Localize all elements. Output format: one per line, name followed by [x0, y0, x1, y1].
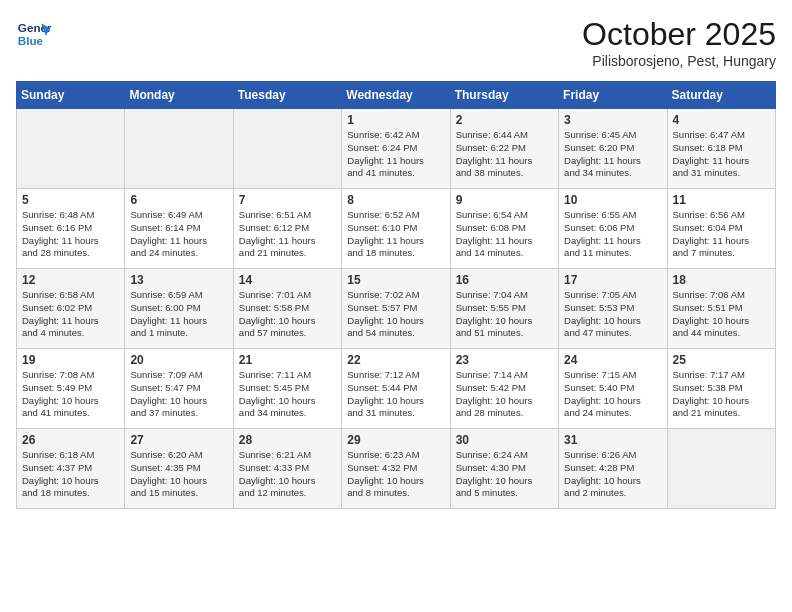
cell-info: Sunrise: 6:52 AM Sunset: 6:10 PM Dayligh… [347, 209, 444, 260]
day-number: 28 [239, 433, 336, 447]
day-number: 19 [22, 353, 119, 367]
day-number: 21 [239, 353, 336, 367]
day-header-thursday: Thursday [450, 82, 558, 109]
cell-info: Sunrise: 6:49 AM Sunset: 6:14 PM Dayligh… [130, 209, 227, 260]
day-number: 13 [130, 273, 227, 287]
day-number: 6 [130, 193, 227, 207]
calendar-cell: 10Sunrise: 6:55 AM Sunset: 6:06 PM Dayli… [559, 189, 667, 269]
day-number: 9 [456, 193, 553, 207]
cell-info: Sunrise: 7:12 AM Sunset: 5:44 PM Dayligh… [347, 369, 444, 420]
cell-info: Sunrise: 6:47 AM Sunset: 6:18 PM Dayligh… [673, 129, 770, 180]
day-number: 29 [347, 433, 444, 447]
calendar-cell: 13Sunrise: 6:59 AM Sunset: 6:00 PM Dayli… [125, 269, 233, 349]
cell-info: Sunrise: 7:09 AM Sunset: 5:47 PM Dayligh… [130, 369, 227, 420]
day-number: 31 [564, 433, 661, 447]
cell-info: Sunrise: 7:14 AM Sunset: 5:42 PM Dayligh… [456, 369, 553, 420]
calendar-cell: 17Sunrise: 7:05 AM Sunset: 5:53 PM Dayli… [559, 269, 667, 349]
day-header-monday: Monday [125, 82, 233, 109]
day-number: 18 [673, 273, 770, 287]
cell-info: Sunrise: 7:05 AM Sunset: 5:53 PM Dayligh… [564, 289, 661, 340]
calendar-cell [125, 109, 233, 189]
cell-info: Sunrise: 7:17 AM Sunset: 5:38 PM Dayligh… [673, 369, 770, 420]
header-row: SundayMondayTuesdayWednesdayThursdayFrid… [17, 82, 776, 109]
calendar-table: SundayMondayTuesdayWednesdayThursdayFrid… [16, 81, 776, 509]
calendar-cell: 28Sunrise: 6:21 AM Sunset: 4:33 PM Dayli… [233, 429, 341, 509]
cell-info: Sunrise: 7:06 AM Sunset: 5:51 PM Dayligh… [673, 289, 770, 340]
day-number: 3 [564, 113, 661, 127]
cell-info: Sunrise: 6:55 AM Sunset: 6:06 PM Dayligh… [564, 209, 661, 260]
calendar-cell [233, 109, 341, 189]
week-row-2: 5Sunrise: 6:48 AM Sunset: 6:16 PM Daylig… [17, 189, 776, 269]
title-block: October 2025 Pilisborosjeno, Pest, Hunga… [582, 16, 776, 69]
day-number: 22 [347, 353, 444, 367]
calendar-cell: 29Sunrise: 6:23 AM Sunset: 4:32 PM Dayli… [342, 429, 450, 509]
day-header-friday: Friday [559, 82, 667, 109]
calendar-cell: 18Sunrise: 7:06 AM Sunset: 5:51 PM Dayli… [667, 269, 775, 349]
calendar-cell: 15Sunrise: 7:02 AM Sunset: 5:57 PM Dayli… [342, 269, 450, 349]
calendar-cell: 20Sunrise: 7:09 AM Sunset: 5:47 PM Dayli… [125, 349, 233, 429]
cell-info: Sunrise: 6:23 AM Sunset: 4:32 PM Dayligh… [347, 449, 444, 500]
day-number: 10 [564, 193, 661, 207]
day-number: 15 [347, 273, 444, 287]
month-title: October 2025 [582, 16, 776, 53]
calendar-cell: 2Sunrise: 6:44 AM Sunset: 6:22 PM Daylig… [450, 109, 558, 189]
cell-info: Sunrise: 6:20 AM Sunset: 4:35 PM Dayligh… [130, 449, 227, 500]
cell-info: Sunrise: 7:04 AM Sunset: 5:55 PM Dayligh… [456, 289, 553, 340]
calendar-cell: 24Sunrise: 7:15 AM Sunset: 5:40 PM Dayli… [559, 349, 667, 429]
cell-info: Sunrise: 7:08 AM Sunset: 5:49 PM Dayligh… [22, 369, 119, 420]
calendar-cell: 22Sunrise: 7:12 AM Sunset: 5:44 PM Dayli… [342, 349, 450, 429]
calendar-cell: 11Sunrise: 6:56 AM Sunset: 6:04 PM Dayli… [667, 189, 775, 269]
calendar-cell: 14Sunrise: 7:01 AM Sunset: 5:58 PM Dayli… [233, 269, 341, 349]
day-header-sunday: Sunday [17, 82, 125, 109]
calendar-cell [17, 109, 125, 189]
cell-info: Sunrise: 6:51 AM Sunset: 6:12 PM Dayligh… [239, 209, 336, 260]
calendar-cell: 5Sunrise: 6:48 AM Sunset: 6:16 PM Daylig… [17, 189, 125, 269]
calendar-cell: 12Sunrise: 6:58 AM Sunset: 6:02 PM Dayli… [17, 269, 125, 349]
day-number: 26 [22, 433, 119, 447]
cell-info: Sunrise: 6:58 AM Sunset: 6:02 PM Dayligh… [22, 289, 119, 340]
day-number: 17 [564, 273, 661, 287]
calendar-cell: 4Sunrise: 6:47 AM Sunset: 6:18 PM Daylig… [667, 109, 775, 189]
calendar-cell: 19Sunrise: 7:08 AM Sunset: 5:49 PM Dayli… [17, 349, 125, 429]
page-header: General Blue October 2025 Pilisborosjeno… [16, 16, 776, 69]
cell-info: Sunrise: 6:26 AM Sunset: 4:28 PM Dayligh… [564, 449, 661, 500]
day-number: 20 [130, 353, 227, 367]
cell-info: Sunrise: 7:01 AM Sunset: 5:58 PM Dayligh… [239, 289, 336, 340]
week-row-3: 12Sunrise: 6:58 AM Sunset: 6:02 PM Dayli… [17, 269, 776, 349]
cell-info: Sunrise: 6:54 AM Sunset: 6:08 PM Dayligh… [456, 209, 553, 260]
day-number: 2 [456, 113, 553, 127]
day-number: 1 [347, 113, 444, 127]
cell-info: Sunrise: 7:11 AM Sunset: 5:45 PM Dayligh… [239, 369, 336, 420]
cell-info: Sunrise: 6:42 AM Sunset: 6:24 PM Dayligh… [347, 129, 444, 180]
day-number: 5 [22, 193, 119, 207]
cell-info: Sunrise: 7:15 AM Sunset: 5:40 PM Dayligh… [564, 369, 661, 420]
cell-info: Sunrise: 6:56 AM Sunset: 6:04 PM Dayligh… [673, 209, 770, 260]
location: Pilisborosjeno, Pest, Hungary [582, 53, 776, 69]
calendar-cell: 21Sunrise: 7:11 AM Sunset: 5:45 PM Dayli… [233, 349, 341, 429]
calendar-cell: 26Sunrise: 6:18 AM Sunset: 4:37 PM Dayli… [17, 429, 125, 509]
day-number: 25 [673, 353, 770, 367]
calendar-cell: 27Sunrise: 6:20 AM Sunset: 4:35 PM Dayli… [125, 429, 233, 509]
cell-info: Sunrise: 6:48 AM Sunset: 6:16 PM Dayligh… [22, 209, 119, 260]
calendar-cell [667, 429, 775, 509]
week-row-1: 1Sunrise: 6:42 AM Sunset: 6:24 PM Daylig… [17, 109, 776, 189]
cell-info: Sunrise: 6:59 AM Sunset: 6:00 PM Dayligh… [130, 289, 227, 340]
day-number: 7 [239, 193, 336, 207]
cell-info: Sunrise: 6:24 AM Sunset: 4:30 PM Dayligh… [456, 449, 553, 500]
day-header-saturday: Saturday [667, 82, 775, 109]
day-header-wednesday: Wednesday [342, 82, 450, 109]
cell-info: Sunrise: 6:45 AM Sunset: 6:20 PM Dayligh… [564, 129, 661, 180]
day-number: 11 [673, 193, 770, 207]
calendar-cell: 1Sunrise: 6:42 AM Sunset: 6:24 PM Daylig… [342, 109, 450, 189]
calendar-cell: 31Sunrise: 6:26 AM Sunset: 4:28 PM Dayli… [559, 429, 667, 509]
calendar-cell: 16Sunrise: 7:04 AM Sunset: 5:55 PM Dayli… [450, 269, 558, 349]
cell-info: Sunrise: 6:44 AM Sunset: 6:22 PM Dayligh… [456, 129, 553, 180]
day-number: 23 [456, 353, 553, 367]
day-number: 14 [239, 273, 336, 287]
calendar-cell: 8Sunrise: 6:52 AM Sunset: 6:10 PM Daylig… [342, 189, 450, 269]
cell-info: Sunrise: 7:02 AM Sunset: 5:57 PM Dayligh… [347, 289, 444, 340]
day-number: 30 [456, 433, 553, 447]
calendar-cell: 7Sunrise: 6:51 AM Sunset: 6:12 PM Daylig… [233, 189, 341, 269]
calendar-cell: 25Sunrise: 7:17 AM Sunset: 5:38 PM Dayli… [667, 349, 775, 429]
day-number: 16 [456, 273, 553, 287]
